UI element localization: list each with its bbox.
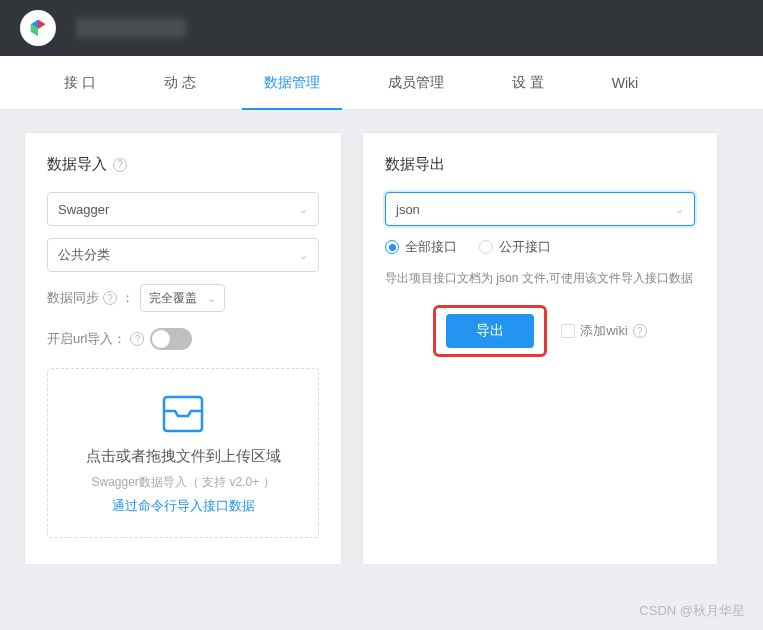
help-icon[interactable]: ? xyxy=(103,291,117,305)
radio-unchecked-icon xyxy=(479,240,493,254)
chevron-down-icon: ⌄ xyxy=(299,249,308,262)
tab-data-management[interactable]: 数据管理 xyxy=(242,56,342,110)
import-title-row: 数据导入 ? xyxy=(47,155,319,174)
tabs-bar: 接 口 动 态 数据管理 成员管理 设 置 Wiki xyxy=(0,56,763,110)
radio-public-interfaces[interactable]: 公开接口 xyxy=(479,238,551,256)
help-icon[interactable]: ? xyxy=(113,158,127,172)
help-icon[interactable]: ? xyxy=(633,324,647,338)
url-import-label-wrap: 开启url导入： ? xyxy=(47,330,144,348)
upload-title: 点击或者拖拽文件到上传区域 xyxy=(64,447,302,466)
help-icon[interactable]: ? xyxy=(130,332,144,346)
add-wiki-label: 添加wiki xyxy=(580,322,628,340)
chevron-down-icon: ⌄ xyxy=(299,203,308,216)
top-bar xyxy=(0,0,763,56)
upload-subtitle: Swagger数据导入（ 支持 v2.0+ ） xyxy=(64,474,302,491)
sync-label-wrap: 数据同步 ? ： xyxy=(47,289,134,307)
sync-mode-value: 完全覆盖 xyxy=(149,290,197,307)
upload-cli-link[interactable]: 通过命令行导入接口数据 xyxy=(64,497,302,515)
export-title: 数据导出 xyxy=(385,155,695,174)
import-category-value: 公共分类 xyxy=(58,246,110,264)
export-format-value: json xyxy=(396,202,420,217)
tab-interface[interactable]: 接 口 xyxy=(42,56,118,110)
import-category-select[interactable]: 公共分类 ⌄ xyxy=(47,238,319,272)
app-logo[interactable] xyxy=(20,10,56,46)
export-hint: 导出项目接口文档为 json 文件,可使用该文件导入接口数据 xyxy=(385,270,695,287)
sync-mode-select[interactable]: 完全覆盖 ⌄ xyxy=(140,284,225,312)
tab-settings[interactable]: 设 置 xyxy=(490,56,566,110)
checkbox-unchecked-icon xyxy=(561,324,575,338)
radio-all-label: 全部接口 xyxy=(405,238,457,256)
upload-dropzone[interactable]: 点击或者拖拽文件到上传区域 Swagger数据导入（ 支持 v2.0+ ） 通过… xyxy=(47,368,319,538)
tab-activity[interactable]: 动 态 xyxy=(142,56,218,110)
export-highlight-box: 导出 xyxy=(433,305,547,357)
add-wiki-checkbox[interactable]: 添加wiki ? xyxy=(561,322,647,340)
import-format-value: Swagger xyxy=(58,202,109,217)
export-format-select[interactable]: json ⌄ xyxy=(385,192,695,226)
sync-label: 数据同步 xyxy=(47,289,99,307)
content-area: 数据导入 ? Swagger ⌄ 公共分类 ⌄ 数据同步 ? ： 完全覆盖 ⌄ … xyxy=(0,110,763,587)
sync-row: 数据同步 ? ： 完全覆盖 ⌄ xyxy=(47,284,319,312)
import-title: 数据导入 xyxy=(47,155,107,174)
export-button[interactable]: 导出 xyxy=(446,314,534,348)
chevron-down-icon: ⌄ xyxy=(207,292,216,305)
radio-checked-icon xyxy=(385,240,399,254)
project-name-redacted xyxy=(76,18,186,38)
tab-wiki[interactable]: Wiki xyxy=(590,56,660,110)
watermark: CSDN @秋月华星 xyxy=(639,602,745,620)
export-card: 数据导出 json ⌄ 全部接口 公开接口 导出项目接口文档为 json 文件,… xyxy=(362,132,718,565)
export-action-row: 导出 添加wiki ? xyxy=(385,305,695,357)
import-card: 数据导入 ? Swagger ⌄ 公共分类 ⌄ 数据同步 ? ： 完全覆盖 ⌄ … xyxy=(24,132,342,565)
import-format-select[interactable]: Swagger ⌄ xyxy=(47,192,319,226)
radio-all-interfaces[interactable]: 全部接口 xyxy=(385,238,457,256)
tab-members[interactable]: 成员管理 xyxy=(366,56,466,110)
url-import-switch[interactable] xyxy=(150,328,192,350)
chevron-down-icon: ⌄ xyxy=(675,203,684,216)
radio-public-label: 公开接口 xyxy=(499,238,551,256)
url-import-label: 开启url导入： xyxy=(47,330,126,348)
inbox-icon xyxy=(161,395,205,433)
export-scope-row: 全部接口 公开接口 xyxy=(385,238,695,256)
url-import-row: 开启url导入： ? xyxy=(47,328,319,350)
